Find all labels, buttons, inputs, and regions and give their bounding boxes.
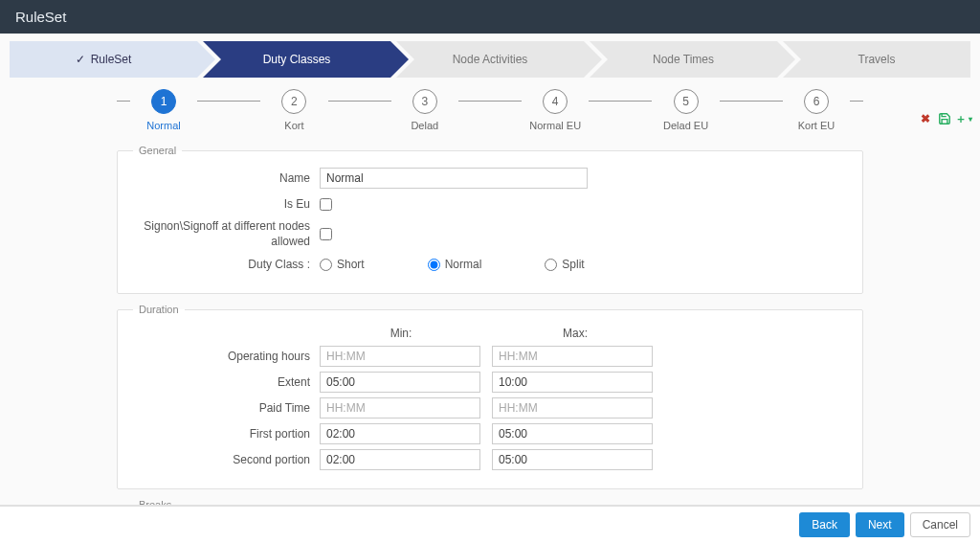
paid-label: Paid Time bbox=[133, 401, 320, 415]
second-min-input[interactable] bbox=[320, 449, 480, 470]
wizard-step-label: Node Times bbox=[653, 53, 714, 66]
step-label: Kort EU bbox=[783, 120, 850, 131]
operating-min-input[interactable] bbox=[320, 346, 480, 367]
step-circle[interactable]: 6 bbox=[804, 89, 829, 114]
name-input[interactable] bbox=[320, 168, 588, 189]
extent-max-input[interactable] bbox=[492, 372, 653, 393]
paid-max-input[interactable] bbox=[492, 397, 653, 419]
radio-normal[interactable]: Normal bbox=[428, 258, 482, 271]
general-legend: General bbox=[133, 145, 182, 156]
step-delad[interactable]: 3 Delad bbox=[391, 89, 458, 131]
footer-bar: Back Next Cancel bbox=[0, 505, 980, 509]
wizard-steps: ✓ RuleSet Duty Classes Node Activities N… bbox=[10, 41, 970, 78]
step-normaleu[interactable]: 4 Normal EU bbox=[522, 89, 589, 131]
max-header: Max: bbox=[494, 327, 657, 340]
extent-label: Extent bbox=[133, 375, 320, 389]
check-icon: ✓ bbox=[76, 53, 85, 66]
wizard-step-nodeactivities[interactable]: Node Activities bbox=[396, 41, 584, 78]
stepper-toolbar: ✖ ＋▾ bbox=[919, 112, 970, 125]
paid-min-input[interactable] bbox=[320, 397, 480, 419]
wizard-step-nodetimes[interactable]: Node Times bbox=[590, 41, 777, 78]
step-label: Normal bbox=[130, 120, 197, 131]
dutyclass-label: Duty Class : bbox=[133, 258, 320, 271]
operating-label: Operating hours bbox=[133, 350, 320, 363]
extent-min-input[interactable] bbox=[320, 372, 480, 393]
wizard-step-label: Travels bbox=[858, 53, 896, 66]
add-icon[interactable]: ＋▾ bbox=[957, 112, 970, 125]
first-max-input[interactable] bbox=[492, 423, 653, 444]
second-label: Second portion bbox=[133, 453, 320, 466]
step-label: Delad bbox=[391, 120, 458, 131]
step-normal[interactable]: 1 Normal bbox=[130, 89, 197, 131]
wizard-step-dutyclasses[interactable]: Duty Classes bbox=[203, 41, 390, 78]
step-circle[interactable]: 1 bbox=[151, 89, 176, 114]
general-fieldset: General Name Is Eu Signon\Signoff at dif… bbox=[117, 145, 863, 294]
step-circle[interactable]: 5 bbox=[674, 89, 699, 114]
operating-max-input[interactable] bbox=[492, 346, 653, 367]
duration-legend: Duration bbox=[133, 304, 185, 315]
save-icon[interactable] bbox=[938, 112, 951, 125]
wizard-step-label: Node Activities bbox=[453, 53, 528, 66]
dutyclass-stepper: 1 Normal 2 Kort 3 Delad 4 Normal EU 5 De… bbox=[117, 89, 863, 131]
step-label: Normal EU bbox=[522, 120, 589, 131]
wizard-step-label: Duty Classes bbox=[263, 53, 331, 66]
first-label: First portion bbox=[133, 427, 320, 441]
name-label: Name bbox=[133, 171, 320, 185]
iseu-label: Is Eu bbox=[133, 197, 320, 211]
first-min-input[interactable] bbox=[320, 423, 480, 444]
step-label: Delad EU bbox=[652, 120, 719, 131]
radio-split[interactable]: Split bbox=[545, 258, 584, 271]
signon-label: Signon\Signoff at different nodes allowe… bbox=[133, 219, 320, 249]
step-circle[interactable]: 4 bbox=[543, 89, 568, 114]
radio-short[interactable]: Short bbox=[320, 258, 365, 271]
step-circle[interactable]: 3 bbox=[412, 89, 437, 114]
step-kort[interactable]: 2 Kort bbox=[260, 89, 327, 131]
step-label: Kort bbox=[260, 120, 327, 131]
min-header: Min: bbox=[320, 327, 482, 340]
iseu-checkbox[interactable] bbox=[320, 198, 332, 211]
wizard-step-travels[interactable]: Travels bbox=[783, 41, 970, 78]
delete-icon[interactable]: ✖ bbox=[919, 112, 932, 125]
step-deladeu[interactable]: 5 Delad EU bbox=[652, 89, 719, 131]
step-korteu[interactable]: 6 Kort EU bbox=[783, 89, 850, 131]
page-title: RuleSet bbox=[0, 0, 980, 34]
chevron-down-icon: ▾ bbox=[969, 115, 972, 124]
second-max-input[interactable] bbox=[492, 449, 653, 470]
wizard-step-label: RuleSet bbox=[91, 53, 132, 66]
step-circle[interactable]: 2 bbox=[281, 89, 306, 114]
duration-fieldset: Duration Min: Max: Operating hours Exten… bbox=[117, 304, 863, 489]
wizard-step-ruleset[interactable]: ✓ RuleSet bbox=[10, 41, 197, 78]
signon-checkbox[interactable] bbox=[320, 228, 332, 240]
